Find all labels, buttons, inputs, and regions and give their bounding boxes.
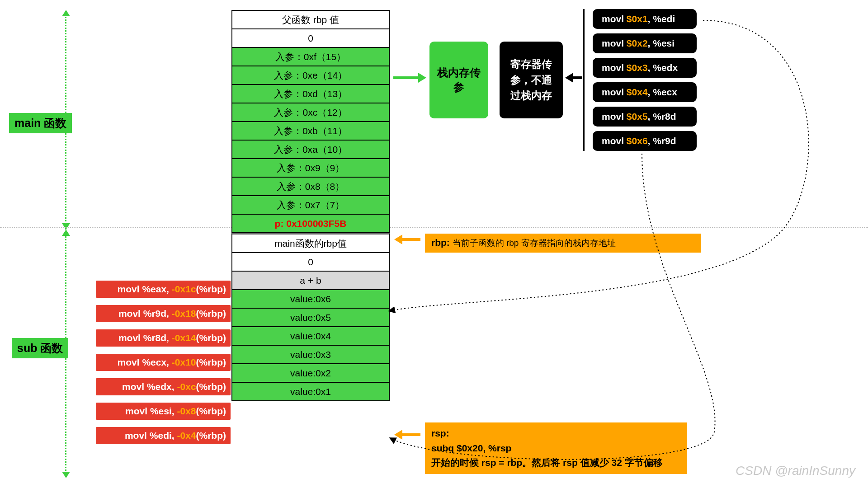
rsp-callout: rsp: subq $0x20, %rsp 开始的时候 rsp = rbp。然后… (425, 422, 687, 474)
asm-register-list: movl $0x1, %edi movl $0x2, %esi movl $0x… (583, 9, 697, 151)
stack-cell: 0 (231, 29, 390, 48)
rsp-line2: subq $0x20, %rsp (431, 441, 681, 456)
stack-cell: 入参：0x9（9） (231, 159, 390, 178)
axis-arrow-mid-up-icon (62, 230, 70, 236)
horizontal-separator (0, 227, 868, 228)
stack-cell: 入参：0xa（10） (231, 141, 390, 159)
rsp-line3: 开始的时候 rsp = rbp。然后将 rsp 值减少 32 字节偏移 (431, 455, 681, 470)
stack-pass-box: 栈内存传参 (429, 42, 488, 118)
stack-cell: value:0x4 (231, 327, 390, 346)
asm-item: movl $0x1, %edi (593, 9, 697, 29)
stack-cell: value:0x6 (231, 290, 390, 309)
axis-arrow-mid-down-icon (62, 223, 70, 230)
asm-store-tag: movl %esi, -0x8(%rbp) (96, 403, 231, 420)
asm-store-tag: movl %edx, -0xc(%rbp) (96, 378, 231, 395)
stack-cell: 0 (231, 253, 390, 272)
stack-cell: 入参：0xc（12） (231, 103, 390, 122)
asm-store-tag: movl %eax, -0x1c(%rbp) (96, 281, 231, 298)
stack-cell: value:0x1 (231, 383, 390, 401)
axis-arrow-up-icon (62, 10, 70, 16)
asm-item: movl $0x4, %ecx (593, 82, 697, 102)
rbp-callout-text: 当前子函数的 rbp 寄存器指向的栈内存地址 (453, 238, 616, 248)
stack-cell-return-addr: p: 0x100003F5B (231, 215, 390, 233)
stack-cell: 入参：0xb（11） (231, 122, 390, 141)
stack-cell: 父函数 rbp 值 (231, 10, 390, 29)
rbp-callout: rbp: 当前子函数的 rbp 寄存器指向的栈内存地址 (425, 234, 701, 253)
asm-store-tag: movl %edi, -0x4(%rbp) (96, 427, 231, 444)
asm-item: movl $0x3, %edx (593, 58, 697, 78)
stack-cell: a + b (231, 272, 390, 290)
stack-cell: 入参：0xe（14） (231, 66, 390, 85)
main-func-label: main 函数 (9, 113, 72, 133)
stack-cell: value:0x2 (231, 364, 390, 383)
sub-func-label: sub 函数 (12, 338, 68, 358)
stack-cell: 入参：0x8（8） (231, 178, 390, 196)
stack-cell: value:0x3 (231, 346, 390, 364)
rbp-callout-bold: rbp: (431, 237, 453, 248)
stack-cell: value:0x5 (231, 309, 390, 327)
register-pass-box: 寄存器传参，不通过栈内存 (500, 42, 563, 118)
axis-arrow-down-icon (62, 472, 70, 478)
asm-item: movl $0x5, %r8d (593, 107, 697, 127)
stack-cell: 入参：0xd（13） (231, 85, 390, 103)
asm-store-tag: movl %ecx, -0x10(%rbp) (96, 354, 231, 371)
stack-cell: main函数的rbp值 (231, 233, 390, 253)
asm-item: movl $0x6, %r9d (593, 131, 697, 151)
asm-store-tag: movl %r9d, -0x18(%rbp) (96, 305, 231, 322)
stack-cell: 入参：0xf（15） (231, 48, 390, 66)
vertical-axis (65, 14, 66, 474)
stack-column: 父函数 rbp 值 0 入参：0xf（15） 入参：0xe（14） 入参：0xd… (231, 10, 390, 401)
asm-item: movl $0x2, %esi (593, 33, 697, 53)
rsp-line1: rsp: (431, 426, 681, 441)
stack-cell: 入参：0x7（7） (231, 196, 390, 215)
asm-store-tag: movl %r8d, -0x14(%rbp) (96, 329, 231, 347)
watermark: CSDN @rainInSunny (736, 464, 855, 478)
